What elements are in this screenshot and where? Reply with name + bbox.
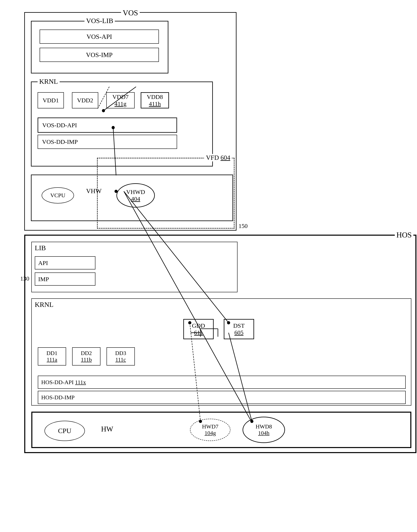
hos-dd-imp-label: HOS-DD-IMP: [41, 394, 75, 401]
dst-box: DST 605: [224, 319, 254, 339]
dd2-label: DD2: [81, 350, 92, 356]
vos-krnl-box: KRNL VDD1 VDD2 VDD7 411g VDD8 411h VOS-D…: [31, 82, 213, 167]
api-box: API: [35, 256, 95, 269]
hwd7-label: HWD7: [202, 423, 219, 430]
hwd8-ref: 104h: [258, 430, 270, 436]
gdd-ref: 611: [194, 329, 203, 336]
gdd-box: GDD 611: [183, 319, 214, 339]
dd3-ref: 111c: [115, 356, 126, 363]
vos-lib-box: VOS-LIB VOS-API VOS-IMP: [31, 21, 168, 74]
hw-label: HW: [101, 425, 113, 433]
vdd7-label: VDD7: [112, 94, 129, 100]
dst-ref: 605: [234, 329, 244, 336]
hos-dd-api-ref: 111x: [75, 379, 86, 385]
vos-api-box: VOS-API: [40, 30, 159, 44]
lib-box: LIB API IMP: [31, 242, 238, 292]
vdd8-box: VDD8 411h: [141, 92, 169, 108]
label-130: 130: [20, 275, 29, 282]
hos-krnl-label: KRNL: [35, 301, 53, 309]
hos-krnl-box: KRNL DD1 111a DD2 111b DD3 111c GDD 611 …: [31, 298, 411, 405]
vdd7-box: VDD7 411g: [106, 92, 135, 108]
vos-lib-label: VOS-LIB: [84, 17, 115, 25]
cpu-ellipse: CPU: [44, 421, 85, 441]
hos-dd-api-box: HOS-DD-API 111x: [38, 376, 406, 389]
lib-label: LIB: [35, 244, 46, 252]
cpu-label: CPU: [58, 427, 71, 435]
imp-label: IMP: [38, 276, 49, 283]
label-150: 150: [239, 223, 248, 229]
vdd1-label: VDD1: [43, 97, 59, 104]
dd1-box: DD1 111a: [38, 347, 66, 365]
vos-imp-box: VOS-IMP: [40, 48, 159, 62]
dd3-label: DD3: [115, 350, 126, 356]
vdd7-ref: 411g: [115, 100, 126, 107]
vcpu-ellipse: VCPU: [42, 187, 74, 203]
vdd8-label: VDD8: [147, 94, 163, 100]
dst-label: DST: [233, 322, 245, 329]
hw-area: CPU HW HWD7 104g HWD8 104h: [31, 412, 411, 448]
vdd2-label: VDD2: [77, 97, 93, 104]
dd2-box: DD2 111b: [72, 347, 100, 365]
vos-api-label: VOS-API: [86, 33, 112, 41]
hos-box: HOS LIB API IMP KRNL DD1 111a DD2 111b D…: [24, 235, 417, 453]
vos-krnl-label: KRNL: [38, 78, 60, 85]
vcpu-label: VCPU: [50, 192, 65, 199]
dd1-ref: 111a: [47, 356, 57, 363]
vdd2-box: VDD2: [72, 92, 98, 108]
vos-dd-imp-box: VOS-DD-IMP: [38, 135, 177, 149]
vos-imp-label: VOS-IMP: [86, 51, 113, 59]
vos-dd-api-box: VOS-DD-API: [38, 117, 177, 133]
hos-dd-imp-box: HOS-DD-IMP: [38, 391, 406, 404]
hwd7-ellipse: HWD7 104g: [190, 419, 230, 441]
vdd8-ref: 411h: [149, 100, 161, 107]
dd1-label: DD1: [46, 350, 57, 356]
vdd1-box: VDD1: [38, 92, 64, 108]
hwd8-label: HWD8: [256, 423, 272, 430]
dd2-ref: 111b: [81, 356, 92, 363]
gdd-label: GDD: [192, 322, 205, 329]
api-label: API: [38, 259, 48, 266]
vfd-label: VFD 604: [204, 154, 232, 161]
vos-dd-imp-label: VOS-DD-IMP: [42, 138, 78, 145]
vos-dd-api-label: VOS-DD-API: [42, 122, 77, 129]
hwd8-ellipse: HWD8 104h: [243, 417, 285, 443]
dd3-box: DD3 111c: [106, 347, 135, 365]
hwd7-ref: 104g: [205, 430, 216, 436]
vos-label: VOS: [121, 8, 140, 17]
imp-box: IMP: [35, 273, 95, 286]
hos-label: HOS: [395, 230, 413, 239]
hos-dd-api-label: HOS-DD-API: [41, 379, 73, 385]
vfd-dashed-box: VFD 604: [97, 158, 234, 229]
